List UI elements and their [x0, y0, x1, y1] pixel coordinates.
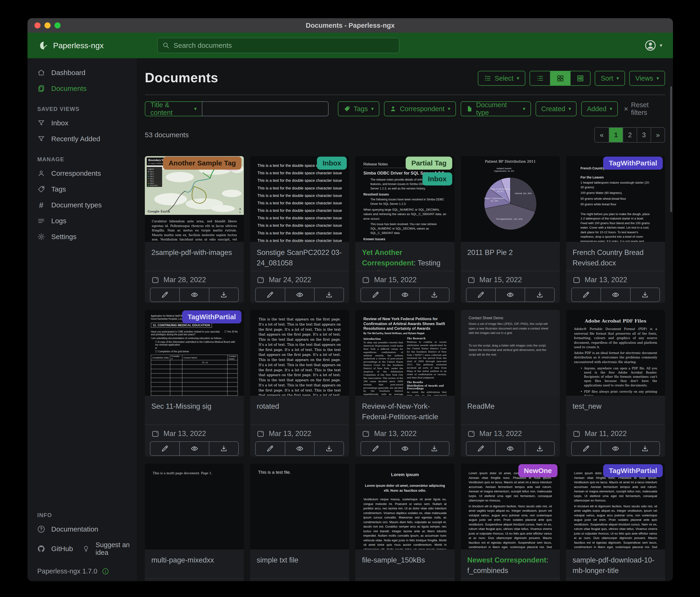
tag-badge-partial-tag[interactable]: Partial Tag [406, 157, 452, 170]
select-button[interactable]: Select▾ [478, 71, 525, 86]
document-title[interactable]: 2011 BP Pie 2 [467, 247, 553, 258]
document-thumbnail[interactable]: Lorem ipsumLorem ipsum dolor sit amet, c… [355, 464, 454, 549]
document-title[interactable]: 2sample-pdf-with-images [151, 247, 237, 258]
sidebar-item-settings[interactable]: Settings [27, 229, 137, 245]
tag-badge-inbox[interactable]: Inbox [317, 157, 347, 170]
sidebar-item-tags[interactable]: Tags [27, 181, 137, 197]
tag-badge-another-sample-tag[interactable]: Another Sample Tag [163, 157, 242, 170]
tag-badge-inbox[interactable]: Inbox [422, 172, 452, 186]
document-correspondent[interactable]: Yet Another Correspondent [362, 248, 414, 267]
document-thumbnail[interactable]: Application for Medical Staff Membership… [145, 310, 244, 396]
title-content-filter-input[interactable] [202, 101, 329, 116]
document-thumbnail[interactable]: Patient BP Distribution 2011Normal, 151,… [461, 156, 560, 242]
document-correspondent[interactable]: Newest Correspondent [467, 556, 546, 564]
pagination-page-3[interactable]: 3 [637, 128, 651, 142]
view-document-button[interactable] [495, 442, 525, 455]
sort-button[interactable]: Sort▾ [595, 71, 625, 86]
sidebar-item-correspondents[interactable]: Correspondents [27, 165, 137, 181]
document-title[interactable]: rotated [257, 401, 343, 412]
minimize-button[interactable] [45, 22, 51, 28]
document-title[interactable]: Review-of-New-York-Federal-Petitions-art… [362, 401, 448, 422]
edit-document-button[interactable] [467, 442, 495, 455]
view-document-button[interactable] [179, 288, 209, 302]
document-title[interactable]: Yet Another Correspondent: Testing Email [362, 247, 448, 271]
document-title[interactable]: French Country Bread Revised.docx [573, 247, 658, 268]
document-title[interactable]: Sec 11-Missing sig [151, 401, 237, 412]
document-title[interactable]: multi-page-mixedxx [151, 555, 237, 566]
document-title[interactable]: sample-pdf-download-10-mb-longer-title [573, 555, 658, 576]
view-document-button[interactable] [179, 442, 209, 455]
edit-document-button[interactable] [572, 442, 601, 455]
user-menu[interactable]: ▾ [644, 39, 662, 51]
download-document-button[interactable] [209, 288, 238, 302]
download-document-button[interactable] [209, 442, 238, 455]
sidebar-item-recently-added[interactable]: Recently Added [27, 131, 137, 147]
document-title[interactable]: ReadMe [467, 401, 553, 412]
edit-document-button[interactable] [150, 442, 179, 455]
search-input[interactable] [174, 42, 394, 49]
zoom-button[interactable] [54, 22, 60, 28]
document-thumbnail[interactable]: French Country BreadFor the Leaven1 heap… [566, 156, 665, 242]
document-thumbnail[interactable]: Review of New York Federal Petitions for… [355, 310, 454, 396]
download-document-button[interactable] [525, 288, 554, 302]
view-document-button[interactable] [285, 442, 314, 455]
document-title[interactable]: Sonstige ScanPC2022 03-24_081058 [257, 247, 343, 268]
tag-badge-tagwithpartial[interactable]: TagWithPartial [603, 157, 663, 170]
pagination-page-1[interactable]: 1 [609, 128, 623, 142]
sidebar-item-dashboard[interactable]: Dashboard [27, 65, 137, 80]
view-document-button[interactable] [495, 288, 525, 302]
edit-document-button[interactable] [361, 288, 390, 302]
document-title[interactable]: file-sample_150kBs [362, 555, 448, 566]
document-thumbnail[interactable]: Adobe Acrobat PDF FilesAdobe® Portable D… [566, 310, 665, 396]
pagination-page-2[interactable]: 2 [623, 128, 637, 142]
view-document-button[interactable] [390, 288, 419, 302]
document-thumbnail[interactable]: Release NotesSimba ODBC Driver for SQL S… [355, 156, 454, 242]
pagination-next[interactable]: » [651, 128, 665, 142]
edit-document-button[interactable] [572, 288, 601, 302]
tag-badge-tagwithpartial[interactable]: TagWithPartial [603, 464, 663, 477]
reset-filters-button[interactable]: × Reset filters [624, 101, 665, 117]
close-button[interactable] [34, 22, 41, 28]
created-filter-button[interactable]: Created▾ [535, 101, 577, 116]
download-document-button[interactable] [630, 442, 659, 455]
document-thumbnail[interactable]: This is a test file. [250, 464, 349, 549]
document-type-filter-button[interactable]: Document type▾ [460, 101, 531, 116]
download-document-button[interactable] [419, 288, 449, 302]
edit-document-button[interactable] [467, 288, 495, 302]
download-document-button[interactable] [314, 288, 344, 302]
tag-badge-newone[interactable]: NewOne [518, 464, 557, 477]
detail-view-button[interactable] [570, 71, 590, 85]
grid-view-button[interactable] [550, 71, 570, 85]
document-thumbnail[interactable]: Lorem ipsum dolor sit amet, consectetur … [461, 464, 560, 549]
added-filter-button[interactable]: Added▾ [581, 101, 618, 116]
sidebar-item-inbox[interactable]: Inbox [27, 115, 137, 131]
edit-document-button[interactable] [256, 288, 284, 302]
tag-badge-tagwithpartial[interactable]: TagWithPartial [182, 310, 242, 324]
edit-document-button[interactable] [361, 442, 390, 455]
view-document-button[interactable] [601, 288, 630, 302]
document-title[interactable]: Newest Correspondent: f_combineds [467, 555, 553, 576]
sidebar-item-document-types[interactable]: #Document types [27, 197, 137, 213]
tags-filter-button[interactable]: Tags▾ [338, 101, 379, 116]
download-document-button[interactable] [525, 442, 554, 455]
view-document-button[interactable] [601, 442, 630, 455]
info-icon[interactable] [102, 568, 109, 575]
views-button[interactable]: Views▾ [629, 71, 665, 86]
download-document-button[interactable] [630, 288, 659, 302]
document-thumbnail[interactable]: Lorem ipsum dolor sit amet, consectetur … [566, 464, 665, 549]
download-document-button[interactable] [419, 442, 449, 455]
sidebar-item-logs[interactable]: Logs [27, 213, 137, 229]
sidebar-item-documentation[interactable]: Documentation [27, 521, 137, 537]
list-view-button[interactable] [530, 71, 550, 85]
brand[interactable]: Paperless-ngx [38, 40, 104, 51]
view-document-button[interactable] [285, 288, 314, 302]
document-title[interactable]: test_new [573, 401, 658, 412]
view-document-button[interactable] [390, 442, 419, 455]
edit-document-button[interactable] [150, 288, 179, 302]
document-thumbnail[interactable]: This is a test for the double space char… [250, 156, 349, 242]
sidebar-item-suggest-an-idea[interactable]: Suggest an idea [73, 537, 137, 560]
pagination-prev[interactable]: « [595, 128, 609, 142]
title-content-filter-button[interactable]: Title & content▾ [145, 101, 202, 116]
edit-document-button[interactable] [256, 442, 284, 455]
document-thumbnail[interactable]: This is a multi page document. Page 1. [145, 464, 244, 549]
